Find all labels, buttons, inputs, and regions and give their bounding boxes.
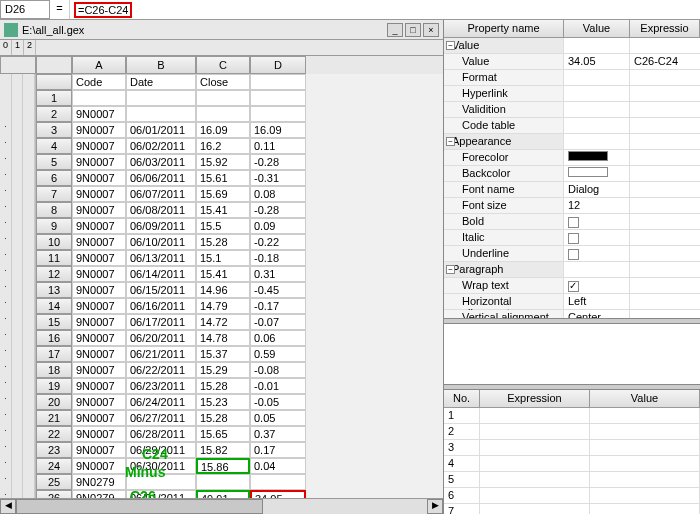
property-expression[interactable] bbox=[630, 38, 700, 53]
minimize-icon[interactable]: _ bbox=[387, 23, 403, 37]
property-row[interactable]: Value34.05C26-C24 bbox=[444, 54, 700, 70]
outline-gutter[interactable]: · bbox=[0, 330, 36, 346]
expr-cell[interactable] bbox=[480, 424, 590, 439]
property-value[interactable] bbox=[564, 70, 630, 85]
property-row[interactable]: −Paragraph bbox=[444, 262, 700, 278]
cell[interactable] bbox=[126, 474, 196, 490]
cell[interactable]: 9N0007 bbox=[72, 410, 126, 426]
cell[interactable]: 06/30/2011 bbox=[126, 458, 196, 474]
collapse-icon[interactable]: − bbox=[446, 137, 455, 146]
property-value[interactable] bbox=[564, 118, 630, 133]
cell[interactable]: 9N0007 bbox=[72, 138, 126, 154]
cell-reference-box[interactable]: D26 bbox=[0, 0, 50, 19]
cell[interactable]: 9N0007 bbox=[72, 266, 126, 282]
property-row[interactable]: Code table bbox=[444, 118, 700, 134]
property-value[interactable] bbox=[564, 150, 630, 165]
cell[interactable]: 9N0007 bbox=[72, 218, 126, 234]
cell[interactable]: -0.45 bbox=[250, 282, 306, 298]
maximize-icon[interactable]: □ bbox=[405, 23, 421, 37]
outline-gutter[interactable]: · bbox=[0, 282, 36, 298]
cell[interactable]: 15.29 bbox=[196, 362, 250, 378]
prop-header-value[interactable]: Value bbox=[564, 20, 630, 37]
close-icon[interactable]: × bbox=[423, 23, 439, 37]
cell[interactable]: 9N0007 bbox=[72, 186, 126, 202]
cell[interactable]: 15.5 bbox=[196, 218, 250, 234]
expr-header-expr[interactable]: Expression bbox=[480, 390, 590, 407]
outline-level-1[interactable]: 1 bbox=[12, 40, 24, 55]
cell[interactable]: 9N0007 bbox=[72, 426, 126, 442]
header-date[interactable]: Date bbox=[126, 74, 196, 90]
outline-gutter[interactable]: · bbox=[0, 234, 36, 250]
property-expression[interactable] bbox=[630, 70, 700, 85]
property-expression[interactable] bbox=[630, 182, 700, 197]
property-row[interactable]: Validition bbox=[444, 102, 700, 118]
cell[interactable]: 9N0007 bbox=[72, 378, 126, 394]
cell[interactable]: 06/13/2011 bbox=[126, 250, 196, 266]
checkbox[interactable] bbox=[568, 233, 579, 244]
outline-gutter[interactable]: · bbox=[0, 346, 36, 362]
property-expression[interactable] bbox=[630, 246, 700, 261]
expr-cell[interactable] bbox=[480, 456, 590, 471]
outline-gutter[interactable]: · bbox=[0, 442, 36, 458]
expr-value[interactable] bbox=[590, 424, 700, 439]
property-value[interactable]: Left bbox=[564, 294, 630, 309]
cell[interactable]: 49.91 bbox=[196, 490, 250, 498]
outline-gutter[interactable]: · bbox=[0, 458, 36, 474]
cell[interactable] bbox=[196, 106, 250, 122]
scroll-right-icon[interactable]: ▶ bbox=[427, 499, 443, 514]
property-value[interactable]: Center bbox=[564, 310, 630, 318]
row-number[interactable]: 23 bbox=[36, 442, 72, 458]
cell[interactable]: 9N0007 bbox=[72, 122, 126, 138]
row-number[interactable]: 10 bbox=[36, 234, 72, 250]
row-number[interactable]: 20 bbox=[36, 394, 72, 410]
cell[interactable]: 9N0007 bbox=[72, 250, 126, 266]
cell[interactable] bbox=[250, 106, 306, 122]
expression-row[interactable]: 2 bbox=[444, 424, 700, 440]
property-expression[interactable]: C26-C24 bbox=[630, 54, 700, 69]
cell[interactable]: -0.31 bbox=[250, 170, 306, 186]
property-row[interactable]: Wrap text bbox=[444, 278, 700, 294]
cell[interactable]: 06/22/2011 bbox=[126, 362, 196, 378]
property-row[interactable]: Font size12 bbox=[444, 198, 700, 214]
cell[interactable]: 06/20/2011 bbox=[126, 330, 196, 346]
cell[interactable]: 15.23 bbox=[196, 394, 250, 410]
cell[interactable]: 15.82 bbox=[196, 442, 250, 458]
checkbox[interactable] bbox=[568, 281, 579, 292]
cell[interactable] bbox=[196, 90, 250, 106]
property-row[interactable]: Backcolor bbox=[444, 166, 700, 182]
property-expression[interactable] bbox=[630, 230, 700, 245]
cell[interactable]: 06/06/2011 bbox=[126, 170, 196, 186]
cell[interactable]: -0.28 bbox=[250, 154, 306, 170]
cell[interactable]: 9N0007 bbox=[72, 282, 126, 298]
cell[interactable]: 06/03/2011 bbox=[126, 154, 196, 170]
cell[interactable]: 06/07/2011 bbox=[126, 186, 196, 202]
cell[interactable]: 15.1 bbox=[196, 250, 250, 266]
cell[interactable]: 14.72 bbox=[196, 314, 250, 330]
row-number[interactable]: 13 bbox=[36, 282, 72, 298]
cell[interactable]: 0.59 bbox=[250, 346, 306, 362]
property-row[interactable]: −Value bbox=[444, 38, 700, 54]
cell[interactable]: 0.17 bbox=[250, 442, 306, 458]
scroll-left-icon[interactable]: ◀ bbox=[0, 499, 16, 514]
header-d[interactable] bbox=[250, 74, 306, 90]
cell[interactable]: -0.17 bbox=[250, 298, 306, 314]
cell[interactable]: 06/08/2011 bbox=[126, 202, 196, 218]
outline-gutter[interactable]: · bbox=[0, 410, 36, 426]
cell[interactable]: 06/21/2011 bbox=[126, 346, 196, 362]
cell[interactable]: 0.11 bbox=[250, 138, 306, 154]
cell[interactable]: 16.2 bbox=[196, 138, 250, 154]
cell[interactable]: 15.28 bbox=[196, 378, 250, 394]
expr-header-no[interactable]: No. bbox=[444, 390, 480, 407]
outline-gutter[interactable]: · bbox=[0, 362, 36, 378]
cell[interactable]: 9N0007 bbox=[72, 458, 126, 474]
expr-cell[interactable] bbox=[480, 472, 590, 487]
cell[interactable]: 15.28 bbox=[196, 234, 250, 250]
row-number[interactable]: 14 bbox=[36, 298, 72, 314]
cell[interactable]: 0.31 bbox=[250, 266, 306, 282]
property-value[interactable] bbox=[564, 278, 630, 293]
outline-level-2[interactable]: 2 bbox=[24, 40, 36, 55]
cell[interactable]: 0.08 bbox=[250, 186, 306, 202]
property-value[interactable] bbox=[564, 134, 630, 149]
cell[interactable]: 15.92 bbox=[196, 154, 250, 170]
column-header-a[interactable]: A bbox=[72, 56, 126, 74]
